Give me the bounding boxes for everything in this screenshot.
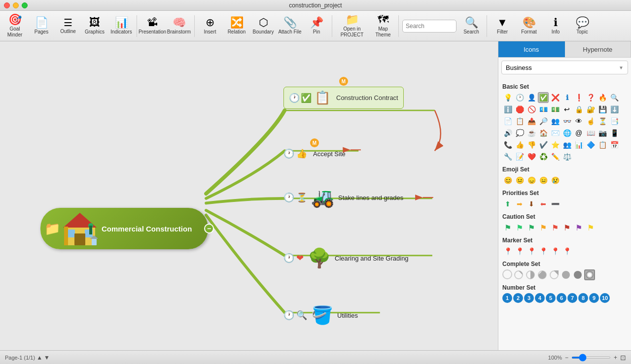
icon-exclaim-red[interactable]: ❗ bbox=[573, 92, 584, 103]
complete-1[interactable] bbox=[513, 269, 524, 280]
marker-teal[interactable]: 📍 bbox=[526, 246, 537, 257]
num-9[interactable]: 9 bbox=[589, 293, 599, 303]
branch-accept-site[interactable]: M 🕐 👍 Accept Site bbox=[283, 138, 346, 159]
icon-clock[interactable]: 🕐 bbox=[514, 92, 525, 103]
icon-fire[interactable]: 🔥 bbox=[597, 92, 608, 103]
icon-cross[interactable]: ❌ bbox=[550, 92, 561, 103]
central-node[interactable]: 📁 Commercial Construction − bbox=[40, 208, 208, 249]
icon-wrench[interactable]: 🔧 bbox=[502, 151, 513, 162]
num-5[interactable]: 5 bbox=[546, 293, 556, 303]
icon-thumbdown[interactable]: 👎 bbox=[526, 139, 537, 150]
icon-ok[interactable]: ✔️ bbox=[538, 139, 549, 150]
zoom-in-icon[interactable]: + bbox=[614, 354, 617, 361]
toolbar-outline[interactable]: ☰ Outline bbox=[55, 12, 81, 40]
emoji-expressionless[interactable]: 😑 bbox=[538, 175, 549, 186]
icon-info-small[interactable]: ℹ️ bbox=[502, 104, 513, 115]
num-7[interactable]: 7 bbox=[567, 293, 577, 303]
marker-green[interactable]: 📍 bbox=[514, 246, 525, 257]
icon-balance[interactable]: ⚖️ bbox=[561, 151, 572, 162]
toolbar-goal-minder[interactable]: 🎯 Goal Minder bbox=[2, 12, 28, 40]
icon-mail[interactable]: ✉️ bbox=[550, 128, 561, 138]
icon-recycle[interactable]: ♻️ bbox=[538, 151, 549, 162]
toolbar-open-project[interactable]: 📁 Open in PROJECT bbox=[335, 12, 369, 40]
priority-down[interactable]: ⬇ bbox=[526, 199, 537, 209]
minimize-button[interactable] bbox=[13, 2, 19, 8]
icon-no[interactable]: 🚫 bbox=[526, 104, 537, 115]
toolbar-graphics[interactable]: 🖼 Graphics bbox=[82, 12, 107, 40]
toolbar-indicators[interactable]: 📊 Indicators bbox=[108, 12, 134, 40]
icon-star[interactable]: ⭐ bbox=[550, 139, 561, 150]
tab-hypernote[interactable]: Hypernote bbox=[565, 41, 631, 57]
zoom-out-icon[interactable]: − bbox=[565, 354, 568, 361]
marker-red[interactable]: 📍 bbox=[550, 246, 561, 257]
complete-2[interactable] bbox=[525, 269, 536, 280]
caution-flag-4[interactable]: ⚑ bbox=[538, 222, 549, 233]
toolbar-search-btn[interactable]: 🔍 Search bbox=[458, 12, 484, 40]
priority-left[interactable]: ⬅ bbox=[538, 199, 549, 209]
complete-5[interactable] bbox=[561, 269, 571, 280]
branch-clearing[interactable]: 🕐 ❤ 🌳 Clearing and Site Grading bbox=[283, 247, 409, 269]
icon-phone[interactable]: 📞 bbox=[502, 139, 513, 150]
marker-orange[interactable]: 📍 bbox=[538, 246, 549, 257]
icon-stop[interactable]: 🛑 bbox=[514, 104, 525, 115]
marker-yellow[interactable]: 📍 bbox=[561, 246, 572, 257]
toolbar-attach-file[interactable]: 📎 Attach File bbox=[277, 12, 303, 40]
icon-note[interactable]: 📑 bbox=[609, 116, 620, 127]
icon-search[interactable]: 🔎 bbox=[538, 116, 549, 127]
caution-flag-3[interactable]: ⚑ bbox=[526, 222, 537, 233]
num-2[interactable]: 2 bbox=[513, 293, 523, 303]
toolbar-map-theme[interactable]: 🗺 Map Theme bbox=[370, 12, 396, 40]
priority-minus[interactable]: ➖ bbox=[550, 199, 561, 209]
icon-people[interactable]: 👥 bbox=[561, 139, 572, 150]
toolbar-format[interactable]: 🎨 Format bbox=[516, 12, 542, 40]
complete-empty[interactable] bbox=[502, 269, 512, 279]
icon-chart[interactable]: 📊 bbox=[573, 139, 584, 150]
icon-globe[interactable]: 🌐 bbox=[561, 128, 572, 138]
caution-flag-6[interactable]: ⚑ bbox=[561, 222, 572, 233]
icon-doc[interactable]: 📄 bbox=[502, 116, 513, 127]
icon-thought[interactable]: 💭 bbox=[514, 128, 525, 138]
icon-photo[interactable]: 📷 bbox=[597, 128, 608, 138]
icon-bulb[interactable]: 💡 bbox=[502, 92, 513, 103]
emoji-neutral[interactable]: 😐 bbox=[514, 175, 525, 186]
fit-page-icon[interactable]: ⊡ bbox=[620, 354, 626, 362]
construction-contract-box[interactable]: 🕐 ✅ 📋 Construction Contract bbox=[283, 87, 404, 109]
priority-up[interactable]: ⬆ bbox=[502, 199, 513, 209]
icon-thumbup[interactable]: 👍 bbox=[514, 139, 525, 150]
toolbar-filter[interactable]: ▼ Filter bbox=[490, 12, 515, 40]
icon-magnify-dark[interactable]: 🔍 bbox=[609, 92, 620, 103]
toolbar-insert[interactable]: ⊕ Insert bbox=[197, 12, 223, 40]
icon-home[interactable]: 🏠 bbox=[538, 128, 549, 138]
icon-at[interactable]: @ bbox=[573, 128, 584, 138]
toolbar-pin[interactable]: 📌 Pin bbox=[304, 12, 329, 40]
marker-blue[interactable]: 📍 bbox=[502, 246, 513, 257]
toolbar-relation[interactable]: 🔀 Relation bbox=[224, 12, 249, 40]
icon-inbox[interactable]: 📤 bbox=[526, 116, 537, 127]
complete-4[interactable] bbox=[549, 269, 560, 280]
icon-euro[interactable]: 💶 bbox=[538, 104, 549, 115]
icon-info-blue[interactable]: ℹ bbox=[561, 92, 572, 103]
icon-coffee[interactable]: ☕ bbox=[526, 128, 537, 138]
toolbar-boundary[interactable]: ⬡ Boundary bbox=[250, 12, 276, 40]
icon-category-dropdown[interactable]: Business ▼ bbox=[501, 61, 628, 74]
zoom-slider[interactable] bbox=[571, 357, 611, 359]
caution-flag-7[interactable]: ⚑ bbox=[573, 222, 584, 233]
num-6[interactable]: 6 bbox=[557, 293, 566, 303]
priority-right[interactable]: ➡ bbox=[514, 199, 525, 209]
complete-3[interactable] bbox=[537, 269, 548, 280]
icon-clipboard[interactable]: 📋 bbox=[514, 116, 525, 127]
caution-flag-2[interactable]: ⚑ bbox=[514, 222, 525, 233]
caution-flag-8[interactable]: ⚑ bbox=[585, 222, 596, 233]
icon-list[interactable]: 📋 bbox=[597, 139, 608, 150]
toolbar-info[interactable]: ℹ Info bbox=[543, 12, 568, 40]
icon-point-up[interactable]: ☝ bbox=[585, 116, 596, 127]
emoji-cry[interactable]: 😢 bbox=[550, 175, 561, 186]
emoji-happy[interactable]: 😊 bbox=[502, 175, 513, 186]
icon-mobile2[interactable]: 📱 bbox=[609, 128, 620, 138]
toolbar-topic[interactable]: 💬 Topic bbox=[569, 12, 595, 40]
icon-write[interactable]: 📝 bbox=[514, 151, 525, 162]
icon-heart[interactable]: ❤️ bbox=[526, 151, 537, 162]
icon-book[interactable]: 📖 bbox=[585, 128, 596, 138]
maximize-button[interactable] bbox=[22, 2, 28, 8]
toolbar-presentation[interactable]: 📽 Presentation bbox=[140, 12, 165, 40]
